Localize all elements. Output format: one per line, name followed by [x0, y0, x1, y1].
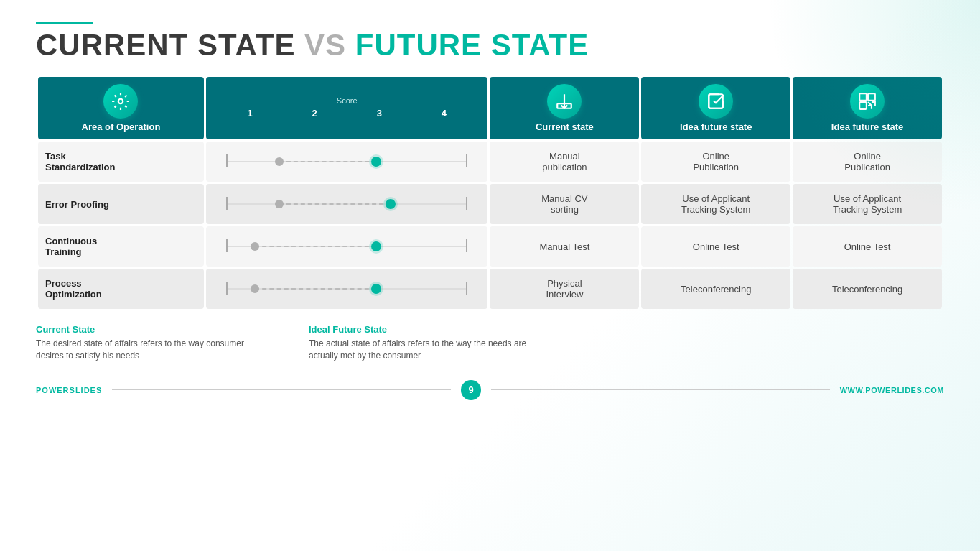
current-state-legend-title: Current State: [36, 324, 266, 335]
idea-future-2-icon-circle: [850, 84, 885, 119]
idea-future-1-cell: Teleconferencing: [641, 269, 790, 309]
area-cell: ContinuousTraining: [38, 226, 204, 267]
ideal-future-legend-desc: The actual state of affairs refers to th…: [309, 338, 538, 362]
footer-legend: Current State The desired state of affai…: [36, 324, 944, 362]
table-row: TaskStandardization ManualpublicationOnl…: [38, 142, 942, 182]
table-body: TaskStandardization ManualpublicationOnl…: [38, 142, 942, 309]
idea-future-1-cell: Use of ApplicantTracking System: [641, 184, 790, 224]
svg-rect-4: [859, 93, 867, 101]
footer-page-number: 9: [461, 380, 481, 400]
download-icon: [555, 92, 574, 111]
table-row: ContinuousTraining Manual TestOnline Tes…: [38, 226, 942, 267]
svg-rect-6: [859, 102, 867, 109]
title-future: FUTURE STATE: [355, 28, 589, 62]
title-section: CURRENT STATE VS FUTURE STATE: [36, 22, 944, 60]
idea-future-1-cell: OnlinePublication: [641, 142, 790, 182]
idea-future-1-icon-circle: [699, 84, 733, 119]
score-cell: [206, 269, 488, 309]
score-1: 1: [247, 108, 252, 119]
svg-rect-5: [868, 93, 875, 101]
idea-future-2-cell: Use of ApplicantTracking System: [793, 184, 942, 224]
header-current-state: Current state: [490, 77, 639, 139]
idea-future-2-cell: Online Test: [793, 226, 942, 267]
score-4: 4: [442, 108, 447, 119]
current-state-icon-circle: [547, 84, 582, 119]
score-label: Score: [218, 96, 477, 105]
svg-point-0: [118, 99, 123, 104]
current-state-legend: Current State The desired state of affai…: [36, 324, 266, 362]
score-2: 2: [312, 108, 317, 119]
idea-future-2-label: Idea future state: [831, 121, 903, 132]
idea-future-1-label: Idea future state: [680, 121, 752, 132]
footer-brand-right: WWW.POWERLIDES.COM: [840, 386, 944, 394]
score-cell: [206, 142, 488, 182]
table-row: ProcessOptimization PhysicalInterviewTel…: [38, 269, 942, 309]
title-accent-bar: [36, 22, 93, 24]
idea-future-2-cell: OnlinePublication: [793, 142, 942, 182]
title-current: CURRENT STATE: [36, 28, 295, 62]
ideal-future-legend-title: Ideal Future State: [309, 324, 538, 335]
idea-future-2-cell: Teleconferencing: [793, 269, 942, 309]
page-title: CURRENT STATE VS FUTURE STATE: [36, 30, 944, 60]
current-state-label: Current state: [536, 121, 594, 132]
current-state-cell: PhysicalInterview: [490, 269, 639, 309]
current-state-cell: Manual CVsorting: [490, 184, 639, 224]
current-state-cell: Manualpublication: [490, 142, 639, 182]
area-icon-circle: [103, 84, 138, 119]
header-row: Area of Operation Score 1 2 3 4: [38, 77, 942, 139]
header-idea-future-2: Idea future state: [793, 77, 942, 139]
footer-line-left: [112, 389, 451, 390]
score-numbers: 1 2 3 4: [218, 108, 477, 119]
table-row: Error Proofing Manual CVsortingUse of Ap…: [38, 184, 942, 224]
score-cell: [206, 226, 488, 267]
footer-bar: POWERSLIDES 9 WWW.POWERLIDES.COM: [36, 374, 944, 400]
header-area: Area of Operation: [38, 77, 204, 139]
share-icon: [858, 92, 877, 111]
current-state-legend-desc: The desired state of affairs refers to t…: [36, 338, 266, 362]
footer-brand-left: POWERSLIDES: [36, 386, 102, 394]
header-score: Score 1 2 3 4: [206, 77, 488, 139]
score-cell: [206, 184, 488, 224]
gear-icon: [111, 92, 130, 111]
area-cell: TaskStandardization: [38, 142, 204, 182]
title-vs: VS: [295, 28, 355, 62]
ideal-future-legend: Ideal Future State The actual state of a…: [309, 324, 538, 362]
area-cell: Error Proofing: [38, 184, 204, 224]
footer-line-right: [491, 389, 830, 390]
area-cell: ProcessOptimization: [38, 269, 204, 309]
main-table: Area of Operation Score 1 2 3 4: [36, 75, 944, 311]
checkboard-icon: [706, 92, 725, 111]
svg-rect-3: [709, 94, 723, 108]
current-state-cell: Manual Test: [490, 226, 639, 267]
score-3: 3: [377, 108, 382, 119]
area-label: Area of Operation: [82, 121, 161, 132]
idea-future-1-cell: Online Test: [641, 226, 790, 267]
page: CURRENT STATE VS FUTURE STATE Area of Op…: [0, 0, 980, 551]
header-idea-future-1: Idea future state: [641, 77, 790, 139]
